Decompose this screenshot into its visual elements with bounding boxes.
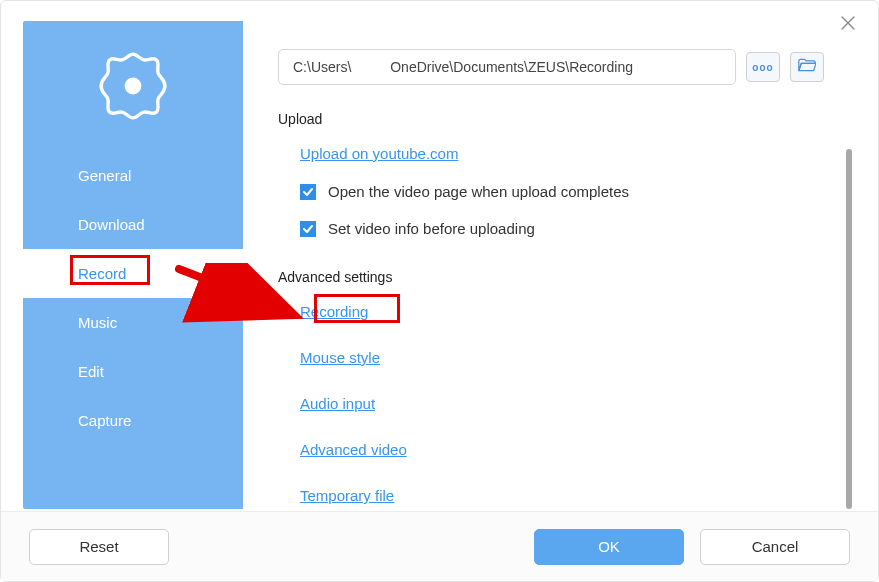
sidebar: General Download Record Music Edit Captu… (23, 21, 243, 509)
audio-input-link[interactable]: Audio input (300, 395, 375, 412)
sidebar-item-general[interactable]: General (23, 151, 243, 200)
set-video-info-checkbox[interactable] (300, 221, 316, 237)
set-video-info-label: Set video info before uploading (328, 220, 535, 237)
upload-youtube-link[interactable]: Upload on youtube.com (300, 145, 458, 162)
open-video-page-label: Open the video page when upload complete… (328, 183, 629, 200)
sidebar-item-download[interactable]: Download (23, 200, 243, 249)
more-icon: ooo (752, 62, 773, 73)
scrollbar[interactable] (846, 149, 852, 509)
sidebar-item-edit[interactable]: Edit (23, 347, 243, 396)
svg-point-0 (125, 78, 142, 95)
main-panel: ooo Upload Upload on youtube.com (243, 21, 866, 509)
settings-gear-icon (23, 21, 243, 151)
check-icon (302, 223, 314, 235)
temporary-file-link[interactable]: Temporary file (300, 487, 394, 504)
settings-dialog: General Download Record Music Edit Captu… (0, 0, 879, 582)
folder-open-icon (798, 58, 816, 76)
upload-section-title: Upload (278, 111, 866, 127)
ok-button[interactable]: OK (534, 529, 684, 565)
advanced-settings-title: Advanced settings (278, 269, 866, 285)
browse-folder-button[interactable] (790, 52, 824, 82)
mouse-style-link[interactable]: Mouse style (300, 349, 380, 366)
dialog-footer: Reset OK Cancel (1, 511, 878, 581)
sidebar-item-record[interactable]: Record (23, 249, 243, 298)
check-icon (302, 186, 314, 198)
sidebar-item-capture[interactable]: Capture (23, 396, 243, 445)
more-options-button[interactable]: ooo (746, 52, 780, 82)
reset-button[interactable]: Reset (29, 529, 169, 565)
recording-link[interactable]: Recording (300, 303, 368, 320)
output-path-input[interactable] (278, 49, 736, 85)
open-video-page-checkbox[interactable] (300, 184, 316, 200)
sidebar-item-music[interactable]: Music (23, 298, 243, 347)
advanced-video-link[interactable]: Advanced video (300, 441, 407, 458)
cancel-button[interactable]: Cancel (700, 529, 850, 565)
